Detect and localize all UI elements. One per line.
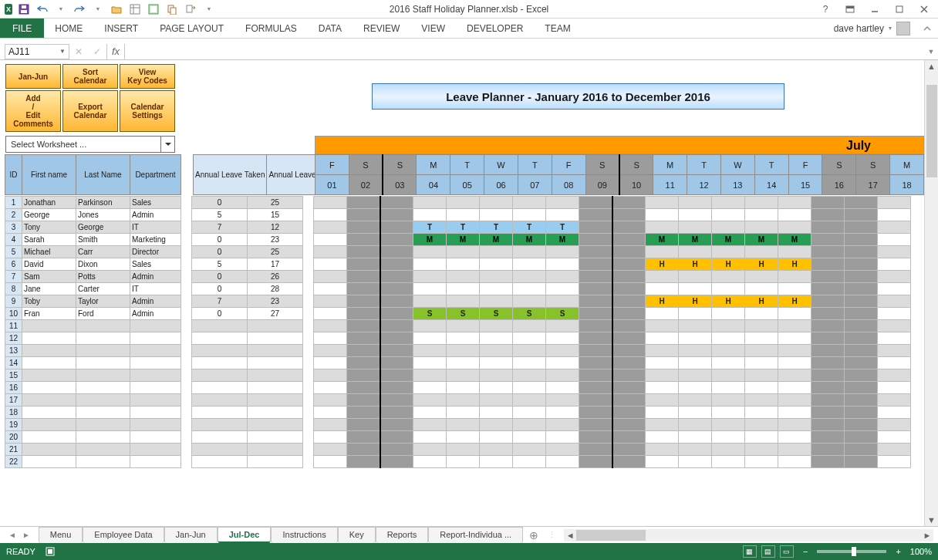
calendar-cell[interactable]	[513, 444, 546, 456]
calendar-cell[interactable]: S	[447, 308, 480, 320]
calendar-cell[interactable]	[480, 444, 513, 456]
cell[interactable]: 9	[5, 295, 22, 308]
calendar-cell[interactable]	[579, 345, 612, 357]
calendar-cell[interactable]	[447, 382, 480, 394]
redo-icon[interactable]	[73, 2, 86, 16]
calendar-cell[interactable]	[513, 369, 546, 382]
calendar-cell[interactable]	[612, 234, 646, 246]
calendar-cell[interactable]	[579, 308, 612, 320]
calendar-cell[interactable]	[447, 419, 480, 431]
calendar-cell[interactable]	[314, 407, 347, 419]
calendar-cell[interactable]	[513, 271, 546, 283]
cell[interactable]	[22, 382, 76, 394]
calendar-cell[interactable]	[447, 394, 480, 407]
calendar-cell[interactable]	[314, 444, 347, 456]
calendar-cell[interactable]	[447, 332, 480, 345]
cell[interactable]: 15	[248, 209, 303, 221]
calendar-cell[interactable]	[745, 345, 778, 357]
calendar-cell[interactable]	[811, 431, 845, 444]
cell[interactable]: 19	[5, 419, 22, 431]
calendar-cell[interactable]	[745, 246, 778, 258]
calendar-cell[interactable]	[447, 444, 480, 456]
calendar-cell[interactable]	[480, 357, 513, 369]
calendar-cell[interactable]	[513, 258, 546, 271]
cell[interactable]: Admin	[130, 295, 181, 308]
calendar-cell[interactable]	[413, 332, 447, 345]
calendar-cell[interactable]	[314, 382, 347, 394]
cell[interactable]	[192, 369, 248, 382]
cell[interactable]: Tony	[22, 221, 76, 234]
calendar-cell[interactable]	[745, 456, 778, 468]
cell[interactable]: 7	[192, 221, 248, 234]
cell[interactable]	[248, 407, 303, 419]
cell[interactable]: 17	[248, 258, 303, 271]
calendar-cell[interactable]: H	[646, 258, 679, 271]
calendar-cell[interactable]	[546, 394, 579, 407]
calendar-cell[interactable]	[811, 295, 845, 308]
calendar-cell[interactable]	[413, 345, 447, 357]
calendar-cell[interactable]	[513, 345, 546, 357]
hscroll-left-icon[interactable]: ◄	[564, 531, 576, 540]
calendar-cell[interactable]	[546, 246, 579, 258]
calendar-cell[interactable]	[513, 456, 546, 468]
insert-function-button[interactable]: fx	[106, 44, 125, 59]
calendar-cell[interactable]	[679, 345, 712, 357]
calendar-cell[interactable]	[845, 234, 878, 246]
calendar-cell[interactable]	[612, 444, 646, 456]
cell[interactable]: Sales	[130, 197, 181, 209]
calendar-cell[interactable]	[679, 444, 712, 456]
calendar-cell[interactable]	[347, 382, 380, 394]
calendar-cell[interactable]	[447, 295, 480, 308]
calendar-cell[interactable]	[447, 258, 480, 271]
calendar-cell[interactable]	[380, 283, 413, 295]
cell[interactable]	[248, 357, 303, 369]
calendar-cell[interactable]	[546, 456, 579, 468]
calendar-cell[interactable]: S	[480, 308, 513, 320]
cell[interactable]	[192, 456, 248, 468]
calendar-cell[interactable]	[646, 197, 679, 209]
calendar-cell[interactable]	[745, 419, 778, 431]
cell[interactable]	[76, 394, 130, 407]
calendar-cell[interactable]: T	[546, 221, 579, 234]
calendar-cell[interactable]	[314, 221, 347, 234]
calendar-cell[interactable]	[480, 332, 513, 345]
cell[interactable]: 25	[248, 246, 303, 258]
calendar-cell[interactable]	[778, 369, 811, 382]
cell[interactable]	[22, 431, 76, 444]
cell[interactable]: 13	[5, 345, 22, 357]
calendar-cell[interactable]	[679, 320, 712, 332]
calendar-cell[interactable]	[546, 283, 579, 295]
calendar-cell[interactable]: H	[778, 295, 811, 308]
calendar-cell[interactable]	[480, 431, 513, 444]
cell[interactable]	[192, 444, 248, 456]
calendar-cell[interactable]: S	[546, 308, 579, 320]
calendar-cell[interactable]	[878, 258, 911, 271]
cell[interactable]	[22, 407, 76, 419]
calendar-cell[interactable]	[347, 234, 380, 246]
calendar-cell[interactable]	[579, 234, 612, 246]
cell[interactable]	[76, 456, 130, 468]
calendar-cell[interactable]	[845, 320, 878, 332]
calendar-cell[interactable]	[712, 407, 745, 419]
calendar-cell[interactable]: H	[712, 295, 745, 308]
calendar-cell[interactable]	[811, 197, 845, 209]
qat-customize-icon[interactable]: ▼	[202, 2, 216, 16]
calendar-cell[interactable]	[646, 357, 679, 369]
calendar-cell[interactable]	[878, 246, 911, 258]
calendar-cell[interactable]	[745, 394, 778, 407]
ribbon-tab-home[interactable]: HOME	[44, 19, 93, 38]
calendar-cell[interactable]	[612, 332, 646, 345]
calendar-cell[interactable]	[679, 283, 712, 295]
cell[interactable]	[248, 419, 303, 431]
calendar-cell[interactable]	[845, 444, 878, 456]
undo-dropdown-icon[interactable]: ▼	[54, 2, 68, 16]
calendar-cell[interactable]	[745, 357, 778, 369]
calendar-cell[interactable]	[679, 246, 712, 258]
calendar-cell[interactable]	[612, 295, 646, 308]
cell[interactable]	[130, 320, 181, 332]
sheet-tab-key[interactable]: Key	[338, 527, 376, 543]
ribbon-tab-data[interactable]: DATA	[308, 19, 353, 38]
calendar-cell[interactable]	[745, 283, 778, 295]
calendar-cell[interactable]: M	[546, 234, 579, 246]
calendar-cell[interactable]: M	[513, 234, 546, 246]
